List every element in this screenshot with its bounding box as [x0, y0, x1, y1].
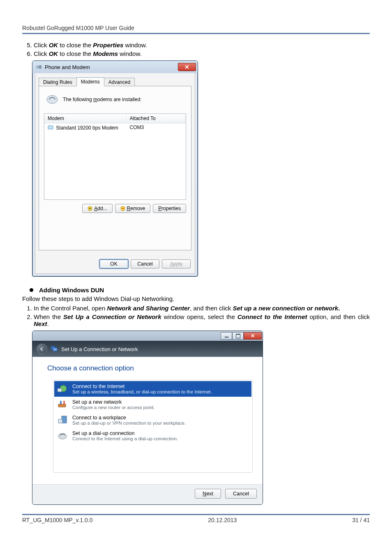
option-desc: Connect to the Internet using a dial-up …: [72, 436, 178, 441]
titlebar[interactable]: Phone and Modem ✕: [32, 61, 198, 73]
cancel-button[interactable]: Cancel: [131, 259, 159, 268]
close-button[interactable]: ✕: [244, 332, 262, 340]
svg-rect-1: [39, 65, 42, 69]
svg-point-2: [47, 95, 58, 104]
table-row[interactable]: Standard 19200 bps Modem COM3: [44, 123, 186, 132]
step-2: When the Set Up a Connection or Network …: [34, 313, 370, 327]
svg-rect-5: [53, 348, 57, 351]
option-connect-internet[interactable]: Connect to the Internet Set up a wireles…: [54, 381, 251, 397]
dialup-icon: [57, 430, 68, 440]
footer-left: RT_UG_M1000 MP_v.1.0.0: [22, 517, 92, 523]
next-button[interactable]: Next: [195, 489, 221, 499]
add-button[interactable]: Add...: [82, 204, 112, 213]
shield-remove-icon: [120, 206, 125, 211]
step-6: Click OK to close the Modems window.: [34, 50, 370, 57]
shield-add-icon: [88, 206, 92, 211]
option-new-network[interactable]: Set up a new network Configure a new rou…: [54, 397, 251, 412]
footer-right: 31 / 41: [352, 517, 370, 523]
close-button[interactable]: ✕: [178, 63, 196, 71]
svg-rect-3: [48, 126, 53, 129]
modem-section-icon: [46, 93, 59, 106]
col-modem[interactable]: Modem: [44, 114, 127, 123]
phone-and-modem-dialog: Phone and Modem ✕ Dialing Rules Modems A…: [32, 60, 198, 277]
network-wizard-icon: [51, 345, 58, 353]
maximize-button[interactable]: [232, 332, 244, 340]
section-intro: Follow these steps to add Windows Dial-u…: [22, 295, 370, 302]
option-title: Set up a dial-up connection: [72, 430, 178, 436]
remove-button[interactable]: Remove: [115, 204, 151, 213]
properties-button[interactable]: Properties: [153, 204, 186, 213]
modems-panel: The following modems are installed: Mode…: [39, 86, 191, 250]
modem-list[interactable]: Modem Attached To Standard 19200 bps Mod…: [44, 113, 186, 200]
connection-wizard-dialog: ✕ Set Up a Connection or Network Choose …: [32, 331, 263, 505]
document-footer: RT_UG_M1000 MP_v.1.0.0 20.12.2013 31 / 4…: [22, 514, 370, 523]
numbered-steps: Click OK to close the Properties window.…: [22, 42, 370, 57]
wizard-header: Set Up a Connection or Network: [32, 341, 263, 357]
tab-advanced[interactable]: Advanced: [104, 78, 135, 87]
globe-icon: [57, 384, 68, 393]
router-icon: [57, 399, 68, 409]
option-title: Connect to the Internet: [72, 384, 212, 389]
workplace-icon: [57, 415, 68, 425]
panel-label: The following modems are installed:: [63, 97, 141, 102]
document-header: Robustel GoRugged M1000 MP User Guide: [22, 25, 370, 34]
modem-item-icon: [48, 125, 53, 130]
step-1: In the Control Panel, open Network and S…: [34, 305, 370, 312]
ok-button[interactable]: OK: [99, 259, 128, 268]
option-title: Set up a new network: [72, 399, 155, 405]
numbered-steps-2: In the Control Panel, open Network and S…: [22, 305, 370, 327]
modem-name: Standard 19200 bps Modem: [56, 125, 118, 131]
wizard-breadcrumb: Set Up a Connection or Network: [61, 346, 138, 352]
option-desc: Set up a dial-up or VPN connection to yo…: [72, 421, 186, 426]
col-attached-to[interactable]: Attached To: [127, 114, 186, 123]
section-heading: Adding Windows DUN: [30, 287, 370, 294]
option-desc: Configure a new router or access point.: [72, 405, 155, 410]
option-desc: Set up a wireless, broadband, or dial-up…: [72, 389, 212, 394]
svg-rect-8: [58, 404, 66, 407]
svg-rect-12: [58, 419, 62, 423]
cancel-button[interactable]: Cancel: [225, 489, 257, 499]
tab-strip: Dialing Rules Modems Advanced: [39, 75, 191, 86]
phone-modem-icon: [36, 64, 42, 70]
modem-port: COM3: [127, 123, 186, 132]
svg-point-0: [36, 65, 39, 69]
tab-dialing-rules[interactable]: Dialing Rules: [39, 78, 77, 87]
tab-modems[interactable]: Modems: [76, 77, 104, 86]
option-dialup[interactable]: Set up a dial-up connection Connect to t…: [54, 428, 251, 444]
table-header: Modem Attached To: [44, 114, 186, 123]
back-button[interactable]: [37, 344, 47, 354]
dialog-title: Phone and Modem: [45, 64, 178, 70]
svg-rect-10: [63, 401, 65, 404]
step-5: Click OK to close the Properties window.: [34, 42, 370, 49]
option-workplace[interactable]: Connect to a workplace Set up a dial-up …: [54, 412, 251, 428]
window-frame-controls: ✕: [32, 331, 263, 341]
apply-button: Apply: [162, 259, 191, 268]
connection-options-list: Connect to the Internet Set up a wireles…: [53, 380, 253, 473]
svg-rect-7: [58, 388, 62, 392]
footer-center: 20.12.2013: [208, 517, 237, 523]
minimize-button[interactable]: [221, 332, 232, 340]
bullet-icon: [30, 288, 33, 292]
wizard-title: Choose a connection option: [47, 364, 253, 372]
option-title: Connect to a workplace: [72, 415, 186, 421]
svg-rect-9: [60, 401, 62, 404]
